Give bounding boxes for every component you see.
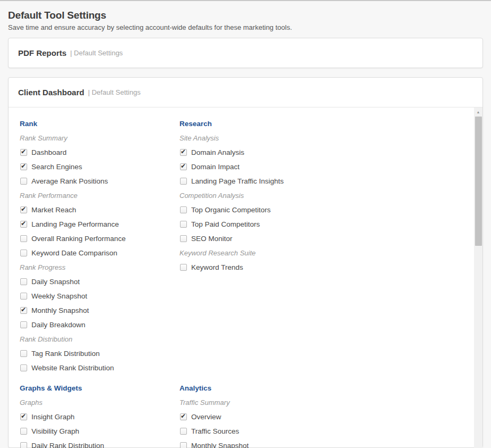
pdf-reports-title: PDF Reports <box>18 48 67 57</box>
section-label-traffic-summary: Traffic Summary <box>179 395 472 410</box>
checkbox-icon[interactable] <box>180 178 187 185</box>
checkbox-row-keyword-date-comparison[interactable]: Keyword Date Comparison <box>20 246 179 260</box>
checkbox-icon[interactable] <box>20 250 27 256</box>
checkbox-label: Search Engines <box>31 163 82 171</box>
client-dashboard-card-header[interactable]: Client Dashboard | Default Settings <box>9 78 482 107</box>
page-title: Default Tool Settings <box>8 10 483 21</box>
checkbox-icon[interactable] <box>180 221 187 228</box>
section-label-competition-analysis: Competition Analysis <box>179 188 472 203</box>
checkbox-row-website-rank-distribution[interactable]: Website Rank Distribution <box>20 361 179 375</box>
checkbox-row-insight-graph[interactable]: Insight Graph <box>20 410 179 424</box>
checkbox-icon[interactable] <box>180 163 187 170</box>
section-label-keyword-research-suite: Keyword Research Suite <box>179 246 472 260</box>
checkbox-row-market-reach[interactable]: Market Reach <box>20 203 179 217</box>
checkbox-icon[interactable] <box>20 278 27 285</box>
client-dashboard-settings-label: | Default Settings <box>88 88 141 96</box>
checkbox-icon[interactable] <box>20 235 27 242</box>
checkbox-icon[interactable] <box>180 428 187 435</box>
checkbox-row-traffic-sources[interactable]: Traffic Sources <box>179 424 472 438</box>
section-label-rank-distribution: Rank Distribution <box>20 332 179 346</box>
checkbox-icon[interactable] <box>20 428 27 435</box>
checkbox-row-tag-rank-distribution[interactable]: Tag Rank Distribution <box>20 346 179 361</box>
group-analytics: Analytics Traffic Summary Overview Traff… <box>179 381 472 448</box>
checkbox-icon[interactable] <box>20 221 27 228</box>
checkbox-icon[interactable] <box>180 206 187 213</box>
checkbox-label: Daily Snapshot <box>31 278 80 286</box>
checkbox-label: Traffic Sources <box>191 427 239 435</box>
checkbox-row-keyword-trends[interactable]: Keyword Trends <box>179 260 472 275</box>
checkbox-row-monthly-snapshot[interactable]: Monthly Snapshot <box>20 303 179 318</box>
checkbox-icon[interactable] <box>20 206 27 213</box>
checkbox-icon[interactable] <box>20 350 27 357</box>
section-label-rank-performance: Rank Performance <box>20 188 179 203</box>
checkbox-icon[interactable] <box>20 163 27 170</box>
checkbox-label: Monthly Snapshot <box>191 442 249 448</box>
checkbox-label: Overall Ranking Performance <box>31 235 126 243</box>
checkbox-icon[interactable] <box>180 442 187 448</box>
section-label-rank-summary: Rank Summary <box>20 131 179 145</box>
checkbox-icon[interactable] <box>180 235 187 242</box>
section-label-graphs: Graphs <box>20 395 179 410</box>
checkbox-row-landing-page-traffic-insights[interactable]: Landing Page Traffic Insights <box>179 174 472 188</box>
checkbox-label: Weekly Snapshot <box>31 292 87 300</box>
settings-groups-grid: Rank Rank Summary Dashboard Search Engin… <box>20 117 472 448</box>
checkbox-row-dashboard[interactable]: Dashboard <box>20 145 179 160</box>
checkbox-label: Website Rank Distribution <box>31 364 114 372</box>
checkbox-label: Keyword Date Comparison <box>31 249 117 257</box>
checkbox-icon[interactable] <box>20 364 27 371</box>
checkbox-label: Visibility Graph <box>31 427 79 435</box>
checkbox-row-domain-impact[interactable]: Domain Impact <box>179 160 472 174</box>
checkbox-row-average-rank-positions[interactable]: Average Rank Positions <box>20 174 179 188</box>
checkbox-label: Top Organic Competitors <box>191 206 271 214</box>
checkbox-label: SEO Monitor <box>191 235 232 243</box>
checkbox-label: Domain Analysis <box>191 148 244 156</box>
checkbox-row-top-paid-competitors[interactable]: Top Paid Competitors <box>179 217 472 231</box>
checkbox-row-monthly-snapshot-analytics[interactable]: Monthly Snapshot <box>179 438 472 448</box>
checkbox-label: Daily Rank Distribution <box>31 442 104 448</box>
checkbox-row-landing-page-performance[interactable]: Landing Page Performance <box>20 217 179 231</box>
checkbox-icon[interactable] <box>20 442 27 448</box>
checkbox-row-daily-breakdown[interactable]: Daily Breakdown <box>20 318 179 332</box>
scroll-up-arrow-icon[interactable]: ▲ <box>474 107 482 116</box>
client-dashboard-title: Client Dashboard <box>18 88 84 97</box>
pdf-reports-settings-label: | Default Settings <box>70 49 123 57</box>
section-label-site-analysis: Site Analysis <box>179 131 472 145</box>
checkbox-row-search-engines[interactable]: Search Engines <box>20 160 179 174</box>
pdf-reports-card-header[interactable]: PDF Reports | Default Settings <box>9 38 482 68</box>
scrollbar[interactable]: ▲ <box>474 107 482 448</box>
checkbox-icon[interactable] <box>20 178 27 185</box>
dashboard-settings-scroll-area[interactable]: Rank Rank Summary Dashboard Search Engin… <box>9 107 482 448</box>
checkbox-label: Dashboard <box>31 148 67 156</box>
checkbox-row-overview[interactable]: Overview <box>179 410 472 424</box>
checkbox-icon[interactable] <box>180 413 187 420</box>
checkbox-row-daily-rank-distribution[interactable]: Daily Rank Distribution <box>20 438 179 448</box>
checkbox-icon[interactable] <box>180 149 187 156</box>
checkbox-label: Keyword Trends <box>191 263 243 271</box>
scrollbar-thumb[interactable] <box>475 117 482 246</box>
checkbox-icon[interactable] <box>20 293 27 300</box>
checkbox-icon[interactable] <box>180 264 187 271</box>
checkbox-row-domain-analysis[interactable]: Domain Analysis <box>179 145 472 160</box>
checkbox-icon[interactable] <box>20 413 27 420</box>
checkbox-icon[interactable] <box>20 321 27 328</box>
section-label-rank-progress: Rank Progress <box>20 260 179 275</box>
checkbox-label: Overview <box>191 413 221 421</box>
checkbox-label: Average Rank Positions <box>31 177 108 185</box>
checkbox-icon[interactable] <box>20 307 27 314</box>
checkbox-label: Landing Page Performance <box>31 220 119 228</box>
checkbox-row-daily-snapshot[interactable]: Daily Snapshot <box>20 275 179 289</box>
checkbox-row-weekly-snapshot[interactable]: Weekly Snapshot <box>20 289 179 303</box>
checkbox-row-top-organic-competitors[interactable]: Top Organic Competitors <box>179 203 472 217</box>
checkbox-icon[interactable] <box>20 149 27 156</box>
group-rank: Rank Rank Summary Dashboard Search Engin… <box>20 117 179 375</box>
checkbox-row-visibility-graph[interactable]: Visibility Graph <box>20 424 179 438</box>
checkbox-row-seo-monitor[interactable]: SEO Monitor <box>179 231 472 246</box>
checkbox-row-overall-ranking-performance[interactable]: Overall Ranking Performance <box>20 231 179 246</box>
group-heading-research: Research <box>179 117 472 131</box>
checkbox-label: Monthly Snapshot <box>31 306 89 314</box>
group-research: Research Site Analysis Domain Analysis D… <box>179 117 472 275</box>
checkbox-label: Market Reach <box>31 206 76 214</box>
group-graphs-widgets: Graphs & Widgets Graphs Insight Graph Vi… <box>20 381 179 448</box>
checkbox-label: Top Paid Competitors <box>191 220 260 228</box>
pdf-reports-card[interactable]: PDF Reports | Default Settings <box>8 38 483 68</box>
